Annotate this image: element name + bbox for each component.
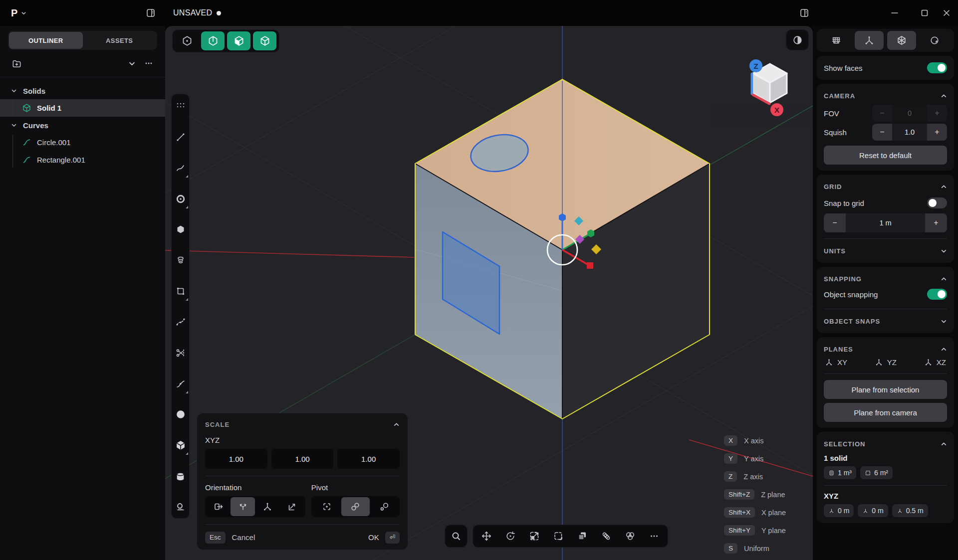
- fov-increment-button[interactable]: +: [927, 105, 947, 122]
- right-panel-toggle-button[interactable]: [794, 4, 814, 22]
- cylinder-tool-button[interactable]: [173, 470, 188, 483]
- move-icon: [481, 531, 492, 542]
- tree-group-curves[interactable]: Curves: [0, 117, 165, 134]
- toolbar-drag-handle[interactable]: [173, 99, 188, 112]
- fov-stepper: − 0 +: [872, 105, 947, 122]
- marquee-select-button[interactable]: [546, 526, 570, 547]
- selection-mode-toolbar: [172, 29, 279, 52]
- viewport-display-button[interactable]: [786, 29, 809, 50]
- collapse-all-button[interactable]: [123, 56, 140, 71]
- chevron-down-icon[interactable]: [941, 248, 947, 254]
- squish-value[interactable]: 1.0: [892, 124, 927, 141]
- wireframe-display-button[interactable]: [887, 31, 916, 50]
- show-faces-toggle[interactable]: [927, 62, 947, 73]
- new-group-button[interactable]: [8, 56, 25, 71]
- grid-size-decrement-button[interactable]: −: [824, 213, 846, 232]
- sphere-tool-button[interactable]: [173, 408, 188, 421]
- viewport-3d[interactable]: Z X: [165, 26, 813, 560]
- plane-from-selection-button[interactable]: Plane from selection: [824, 380, 947, 399]
- spiral-tool-button[interactable]: [173, 254, 188, 267]
- fov-value[interactable]: 0: [892, 105, 927, 122]
- plane-yz-button[interactable]: YZ: [875, 358, 897, 367]
- chevron-up-icon[interactable]: [393, 421, 400, 428]
- object-snaps-section-title: OBJECT SNAPS: [824, 318, 880, 325]
- left-panel-toggle-button[interactable]: [141, 4, 161, 22]
- move-tool-button[interactable]: [475, 526, 498, 547]
- orientation-world-button[interactable]: [206, 497, 231, 516]
- boolean-button[interactable]: [618, 526, 642, 547]
- chevron-up-icon[interactable]: [941, 93, 947, 99]
- chevron-up-icon[interactable]: [941, 346, 947, 353]
- plane-xz-button[interactable]: XZ: [924, 358, 946, 367]
- orientation-gizmo-button[interactable]: [255, 497, 279, 516]
- bridge-curve-tool-button[interactable]: [173, 377, 188, 390]
- grid-size-increment-button[interactable]: +: [925, 213, 947, 232]
- rotate-tool-button[interactable]: [498, 526, 522, 547]
- outliner-options-button[interactable]: [140, 56, 157, 71]
- orientation-local-button[interactable]: [231, 497, 255, 516]
- mode-face-button[interactable]: [227, 31, 250, 50]
- navigation-cube[interactable]: Z X: [739, 54, 801, 120]
- box-tool-button[interactable]: [173, 439, 188, 452]
- pivot-individual-button[interactable]: [370, 497, 399, 516]
- ok-button[interactable]: OK: [368, 533, 379, 542]
- polygon-tool-button[interactable]: [173, 223, 188, 236]
- scale-x-input[interactable]: 1.00: [205, 449, 267, 469]
- curve-tool-button[interactable]: [173, 162, 188, 175]
- app-menu-button[interactable]: P: [7, 5, 30, 21]
- fov-decrement-button[interactable]: −: [872, 105, 892, 122]
- cancel-button[interactable]: Cancel: [232, 533, 255, 542]
- app-logo: P: [11, 7, 17, 19]
- snap-to-grid-toggle[interactable]: [927, 197, 947, 208]
- navcube-x-badge[interactable]: X: [770, 103, 783, 116]
- shading-display-button[interactable]: [920, 31, 949, 50]
- pivot-center-button[interactable]: [312, 497, 341, 516]
- tree-item-solid-1[interactable]: Solid 1: [0, 99, 165, 117]
- maximize-button[interactable]: [913, 3, 936, 23]
- hint-row: YY axis: [724, 452, 786, 465]
- reset-to-default-button[interactable]: Reset to default: [824, 146, 947, 165]
- tree-item-rectangle-001[interactable]: Rectangle.001: [0, 151, 165, 169]
- tab-outliner[interactable]: OUTLINER: [9, 32, 83, 49]
- pivot-linked-button[interactable]: [341, 497, 370, 516]
- object-snapping-toggle[interactable]: [927, 289, 947, 300]
- close-button[interactable]: [935, 3, 958, 23]
- more-tools-button[interactable]: [642, 526, 666, 547]
- circle-tool-button[interactable]: [173, 192, 188, 205]
- tree-item-circle-001[interactable]: Circle.001: [0, 134, 165, 151]
- gizmo-display-button[interactable]: [855, 31, 884, 50]
- grid-display-button[interactable]: [822, 31, 851, 50]
- chevron-down-icon[interactable]: [941, 318, 947, 325]
- scale-y-input[interactable]: 1.00: [271, 449, 334, 469]
- navcube-z-badge[interactable]: Z: [749, 59, 762, 72]
- duplicate-button[interactable]: [570, 526, 594, 547]
- hexagon-icon: [175, 224, 186, 235]
- trim-tool-button[interactable]: [173, 347, 188, 360]
- measure-tool-button[interactable]: [173, 501, 188, 514]
- plane-xy-button[interactable]: XY: [825, 358, 847, 367]
- tree-group-solids[interactable]: Solids: [0, 82, 165, 99]
- panel-tabs: OUTLINER ASSETS: [8, 31, 157, 50]
- squish-increment-button[interactable]: +: [927, 124, 947, 141]
- control-point-curve-tool-button[interactable]: [173, 316, 188, 329]
- tab-assets[interactable]: ASSETS: [83, 32, 157, 49]
- plane-from-camera-button[interactable]: Plane from camera: [824, 403, 947, 422]
- attach-button[interactable]: [594, 526, 618, 547]
- chevron-up-icon[interactable]: [941, 441, 947, 447]
- scale-tool-button[interactable]: [522, 526, 546, 547]
- squish-decrement-button[interactable]: −: [872, 124, 892, 141]
- mode-solid-button[interactable]: [253, 31, 276, 50]
- mode-vertex-button[interactable]: [175, 31, 199, 50]
- keyboard-hints: XX axis YY axis ZZ axis Shift+ZZ plane S…: [724, 434, 786, 555]
- axis-orientation-icon: [262, 502, 272, 512]
- minimize-button[interactable]: [883, 3, 906, 23]
- search-command-button[interactable]: [445, 526, 467, 547]
- scale-z-input[interactable]: 1.00: [337, 449, 400, 469]
- rectangle-tool-button[interactable]: [173, 285, 188, 298]
- chevron-up-icon[interactable]: [941, 184, 947, 190]
- grid-size-value[interactable]: 1 m: [846, 213, 925, 232]
- mode-edge-button[interactable]: [201, 31, 225, 50]
- orientation-custom-button[interactable]: [280, 497, 304, 516]
- chevron-up-icon[interactable]: [941, 276, 947, 282]
- line-tool-button[interactable]: [173, 131, 188, 144]
